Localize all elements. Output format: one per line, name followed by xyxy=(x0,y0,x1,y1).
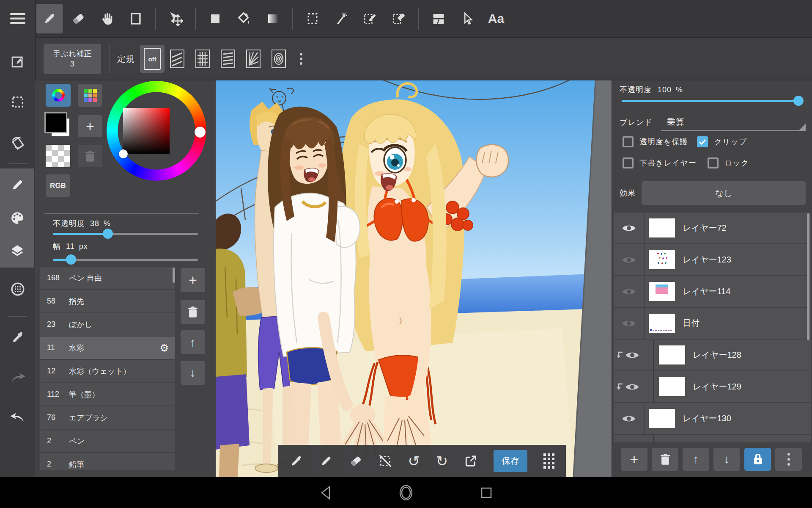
layer-opacity-slider-thumb[interactable] xyxy=(793,96,804,106)
text-tool-button[interactable]: Aa xyxy=(483,4,509,33)
gradient-tool-button[interactable] xyxy=(260,4,286,33)
crop-tool-button[interactable] xyxy=(123,4,149,33)
sidebar-layer-panel-button[interactable] xyxy=(0,235,34,268)
sv-handle[interactable] xyxy=(119,149,128,158)
shape-tool-button[interactable] xyxy=(202,4,228,33)
layer-visibility-toggle[interactable] xyxy=(614,318,644,329)
brush-list-scrollbar[interactable] xyxy=(173,268,175,283)
layer-visibility-toggle[interactable] xyxy=(614,287,644,297)
back-button[interactable] xyxy=(319,486,332,500)
layer-row-partial[interactable] xyxy=(614,435,811,442)
sidebar-color-panel-button[interactable] xyxy=(0,202,34,235)
rgb-mode-button[interactable]: RGB xyxy=(46,174,70,197)
layer-move-down-button[interactable]: ↓ xyxy=(713,448,740,471)
layer-visibility-toggle[interactable] xyxy=(614,350,653,360)
stabilizer-button[interactable]: 手ぶれ補正 3 xyxy=(44,44,101,74)
layer-row[interactable]: レイヤー123 xyxy=(614,244,811,275)
hsv-color-wheel[interactable] xyxy=(107,81,206,181)
brush-row[interactable]: 112筆（墨） xyxy=(40,383,175,406)
quick-pen-button[interactable] xyxy=(319,454,333,468)
layer-menu-button[interactable] xyxy=(775,448,802,471)
ruler-off-button[interactable]: off xyxy=(140,45,165,73)
brush-row[interactable]: 2ペン xyxy=(40,430,175,452)
eraser-tool-button[interactable] xyxy=(65,4,91,33)
foreground-background-swatch[interactable] xyxy=(44,112,73,138)
brush-row-selected[interactable]: 11水彩⚙ xyxy=(40,337,175,359)
hand-tool-button[interactable] xyxy=(94,4,120,33)
hue-handle[interactable] xyxy=(195,127,206,138)
sub-toolbar-menu-button[interactable] xyxy=(300,51,302,67)
new-canvas-button[interactable] xyxy=(0,45,35,78)
layer-row[interactable]: レイヤー72 xyxy=(614,213,811,243)
pen-opacity-slider-thumb[interactable] xyxy=(103,229,113,239)
brush-row[interactable]: 76エアブラシ xyxy=(40,406,175,429)
brush-row[interactable]: 23ぼかし xyxy=(40,313,175,336)
brush-move-down-button[interactable]: ↓ xyxy=(181,361,205,385)
move-tool-button[interactable] xyxy=(162,4,189,33)
pen-width-slider-thumb[interactable] xyxy=(66,254,76,265)
fill-bucket-button[interactable] xyxy=(231,4,257,33)
protect-alpha-checkbox[interactable] xyxy=(623,136,634,147)
quick-export-button[interactable] xyxy=(464,454,477,468)
brush-row[interactable]: 168ペン 自由 xyxy=(40,267,175,289)
cursor-tool-button[interactable] xyxy=(454,4,480,33)
layer-opacity-slider[interactable] xyxy=(622,100,799,102)
quick-undo-button[interactable]: ↺ xyxy=(408,454,420,468)
delete-layer-button[interactable] xyxy=(652,448,678,471)
clip-checkbox[interactable] xyxy=(697,136,708,147)
ruler-horizontal-button[interactable] xyxy=(221,50,235,68)
main-menu-button[interactable] xyxy=(0,0,35,37)
ruler-concentric-button[interactable] xyxy=(272,50,286,68)
select-pen-button[interactable] xyxy=(357,4,383,33)
delete-brush-button[interactable] xyxy=(181,300,205,324)
ruler-grid-button[interactable] xyxy=(195,50,210,68)
brush-row[interactable]: 2鉛筆 xyxy=(40,453,175,470)
pen-tool-button[interactable] xyxy=(36,4,63,33)
eyedropper-button[interactable] xyxy=(0,321,35,354)
ruler-radial-button[interactable] xyxy=(246,50,261,68)
layer-row-clipped[interactable]: レイヤー129 xyxy=(614,371,811,402)
pen-opacity-slider[interactable] xyxy=(53,233,198,235)
rotate-canvas-button[interactable] xyxy=(0,126,35,159)
sidebar-pen-panel-button[interactable] xyxy=(0,168,34,202)
layer-row[interactable]: レイヤー130 xyxy=(614,403,811,434)
layer-visibility-toggle[interactable] xyxy=(614,382,653,392)
pen-width-slider[interactable] xyxy=(53,259,198,261)
draft-layer-checkbox[interactable] xyxy=(623,157,634,168)
select-panel-button[interactable] xyxy=(0,86,35,119)
quick-deselect-button[interactable] xyxy=(379,454,392,468)
layers-scrollbar[interactable] xyxy=(807,213,809,340)
delete-color-button[interactable] xyxy=(78,145,102,167)
layer-visibility-toggle[interactable] xyxy=(614,414,644,424)
add-layer-button[interactable]: + xyxy=(621,448,647,471)
brush-row[interactable]: 58指先 xyxy=(40,290,175,312)
add-brush-button[interactable]: + xyxy=(181,268,205,292)
effect-button[interactable]: なし xyxy=(642,181,806,205)
layer-row[interactable]: 日付 xyxy=(614,308,811,339)
layer-row[interactable]: レイヤー114 xyxy=(614,276,811,307)
layer-row-clipped[interactable]: レイヤー128 xyxy=(614,340,811,370)
layer-lock-button[interactable] xyxy=(744,448,771,471)
layer-move-up-button[interactable]: ↑ xyxy=(683,448,709,471)
select-rect-button[interactable] xyxy=(299,4,326,33)
select-eraser-button[interactable] xyxy=(386,4,412,33)
brush-row[interactable]: 12水彩（ウェット） xyxy=(40,360,175,382)
add-color-button[interactable]: + xyxy=(78,115,102,137)
canvas-artwork[interactable] xyxy=(216,80,612,477)
quick-redo-button[interactable]: ↻ xyxy=(436,454,448,468)
layer-visibility-toggle[interactable] xyxy=(614,223,644,233)
lock-layer-checkbox[interactable] xyxy=(708,157,719,168)
undo-button[interactable] xyxy=(0,400,35,433)
saturation-value-square[interactable] xyxy=(123,108,170,154)
color-wheel-mode-button[interactable] xyxy=(46,84,71,107)
quick-grid-menu-button[interactable] xyxy=(543,453,554,469)
save-button[interactable]: 保存 xyxy=(494,450,527,472)
magic-wand-button[interactable] xyxy=(328,4,354,33)
panel-divide-button[interactable] xyxy=(425,4,452,33)
ruler-parallel-button[interactable] xyxy=(170,50,184,68)
quick-eyedropper-button[interactable] xyxy=(290,454,303,468)
recent-apps-button[interactable] xyxy=(480,486,493,500)
sidebar-material-panel-button[interactable] xyxy=(0,273,35,306)
quick-eraser-button[interactable] xyxy=(349,454,362,468)
canvas-area[interactable] xyxy=(216,80,612,477)
